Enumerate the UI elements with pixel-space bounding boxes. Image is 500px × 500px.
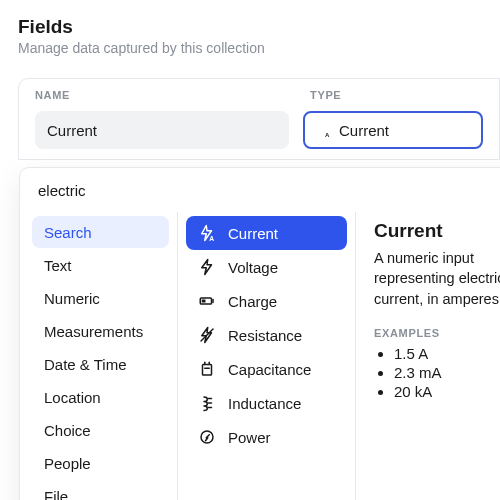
fields-table: NAME TYPE A Current electric Search Text… [18,78,500,160]
type-label: Capacitance [228,361,311,378]
category-search[interactable]: Search [32,216,169,248]
type-label: Power [228,429,271,446]
type-detail-panel: Current A numeric input representing ele… [356,212,500,500]
examples-heading: EXAMPLES [374,327,500,339]
category-numeric[interactable]: Numeric [32,282,169,314]
type-label: Voltage [228,259,278,276]
page-title: Fields [18,16,500,38]
column-header-type: TYPE [310,89,483,101]
type-voltage[interactable]: Voltage [186,250,347,284]
power-icon [198,428,216,446]
category-measurements[interactable]: Measurements [32,315,169,347]
svg-rect-6 [203,365,212,376]
bolt-icon [198,258,216,276]
detail-title: Current [374,220,500,242]
type-label: Resistance [228,327,302,344]
column-header-name: NAME [35,89,310,101]
type-list: A Current Voltage Charge [178,212,356,500]
type-charge[interactable]: Charge [186,284,347,318]
capacitor-icon [198,360,216,378]
examples-list: 1.5 A 2.3 mA 20 kA [374,345,500,400]
type-inductance[interactable]: Inductance [186,386,347,420]
type-label: Current [228,225,278,242]
detail-description: A numeric input representing electric cu… [374,248,500,309]
field-name-input[interactable] [35,111,289,149]
search-input[interactable]: electric [38,182,86,199]
list-item: 2.3 mA [394,364,500,381]
field-type-select[interactable]: A Current [303,111,483,149]
current-icon: A [315,122,331,138]
category-people[interactable]: People [32,447,169,479]
svg-text:A: A [325,132,330,138]
resistance-icon [198,326,216,344]
list-item: 1.5 A [394,345,500,362]
svg-text:A: A [209,235,214,242]
type-resistance[interactable]: Resistance [186,318,347,352]
table-row: A Current [19,109,499,159]
category-text[interactable]: Text [32,249,169,281]
svg-rect-3 [202,300,206,303]
type-capacitance[interactable]: Capacitance [186,352,347,386]
battery-icon [198,292,216,310]
list-item: 20 kA [394,383,500,400]
inductor-icon [198,394,216,412]
category-location[interactable]: Location [32,381,169,413]
category-choice[interactable]: Choice [32,414,169,446]
type-picker-dropdown: electric Search Text Numeric Measurement… [19,167,500,500]
type-power[interactable]: Power [186,420,347,454]
field-type-label: Current [339,122,389,139]
current-icon: A [198,224,216,242]
category-file[interactable]: File [32,480,169,500]
type-label: Inductance [228,395,301,412]
category-datetime[interactable]: Date & Time [32,348,169,380]
category-list: Search Text Numeric Measurements Date & … [20,212,178,500]
type-current[interactable]: A Current [186,216,347,250]
page-subtitle: Manage data captured by this collection [18,40,500,56]
type-label: Charge [228,293,277,310]
